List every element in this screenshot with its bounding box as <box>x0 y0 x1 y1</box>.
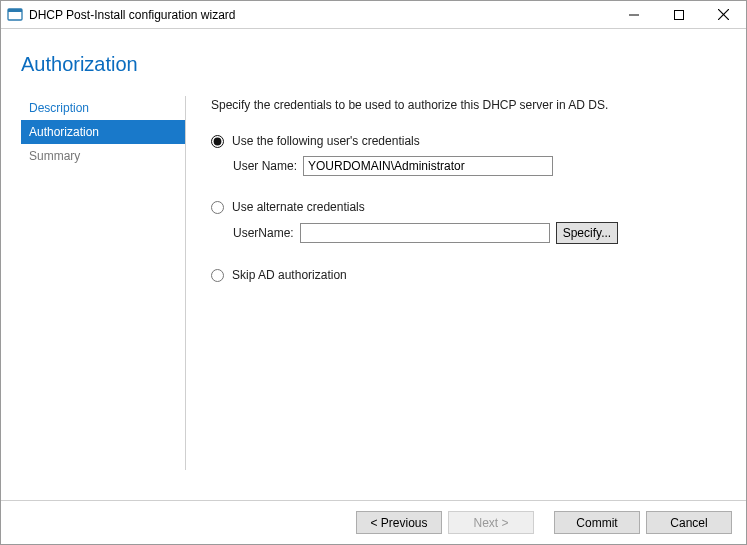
option-alternate-credentials[interactable]: Use alternate credentials <box>211 200 722 214</box>
option-skip-authorization[interactable]: Skip AD authorization <box>211 268 722 282</box>
username-field-alternate[interactable] <box>300 223 550 243</box>
option-label: Skip AD authorization <box>232 268 347 282</box>
sidebar-item-label: Authorization <box>29 125 99 139</box>
next-button: Next > <box>448 511 534 534</box>
cancel-button[interactable]: Cancel <box>646 511 732 534</box>
sidebar-item-label: Summary <box>29 149 80 163</box>
sidebar-item-authorization[interactable]: Authorization <box>21 120 185 144</box>
username-label-alt: UserName: <box>233 226 294 240</box>
username-field-current[interactable] <box>303 156 553 176</box>
wizard-body: Description Authorization Summary Specif… <box>1 76 746 470</box>
svg-rect-3 <box>674 10 683 19</box>
current-credentials-row: User Name: <box>233 156 722 176</box>
sidebar: Description Authorization Summary <box>21 96 186 470</box>
intro-text: Specify the credentials to be used to au… <box>211 98 722 112</box>
radio-skip-authorization[interactable] <box>211 269 224 282</box>
previous-button[interactable]: < Previous <box>356 511 442 534</box>
sidebar-item-summary: Summary <box>21 144 185 168</box>
minimize-button[interactable] <box>611 1 656 28</box>
content-panel: Specify the credentials to be used to au… <box>186 96 722 470</box>
commit-button[interactable]: Commit <box>554 511 640 534</box>
wizard-footer: < Previous Next > Commit Cancel <box>1 500 746 544</box>
titlebar: DHCP Post-Install configuration wizard <box>1 1 746 29</box>
window-title: DHCP Post-Install configuration wizard <box>29 8 611 22</box>
radio-current-credentials[interactable] <box>211 135 224 148</box>
close-button[interactable] <box>701 1 746 28</box>
window-controls <box>611 1 746 28</box>
sidebar-item-label: Description <box>29 101 89 115</box>
page-header: Authorization <box>1 29 746 76</box>
sidebar-item-description[interactable]: Description <box>21 96 185 120</box>
app-icon <box>7 7 23 23</box>
option-label: Use the following user's credentials <box>232 134 420 148</box>
page-title: Authorization <box>21 53 746 76</box>
option-current-credentials[interactable]: Use the following user's credentials <box>211 134 722 148</box>
alternate-credentials-row: UserName: Specify... <box>233 222 722 244</box>
option-label: Use alternate credentials <box>232 200 365 214</box>
specify-button[interactable]: Specify... <box>556 222 618 244</box>
wizard-window: DHCP Post-Install configuration wizard A… <box>0 0 747 545</box>
maximize-button[interactable] <box>656 1 701 28</box>
radio-alternate-credentials[interactable] <box>211 201 224 214</box>
svg-rect-1 <box>8 9 22 12</box>
username-label: User Name: <box>233 159 297 173</box>
